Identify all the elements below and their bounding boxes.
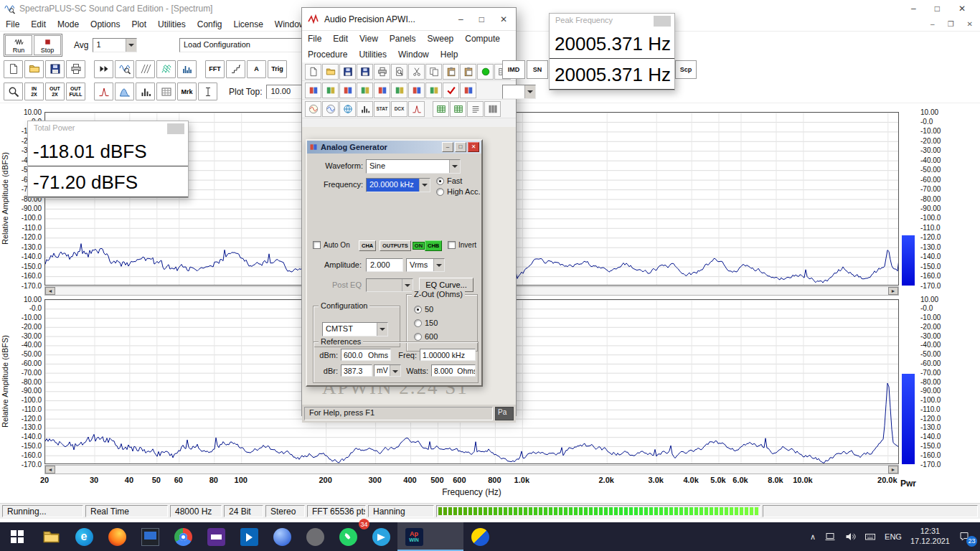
panel-minimize-icon[interactable]: –: [442, 142, 453, 152]
scroll-left-icon[interactable]: ◄: [45, 466, 55, 474]
taskbar-whatsapp[interactable]: 34: [331, 522, 364, 551]
dropdown-arrow-icon[interactable]: [126, 39, 136, 52]
ap-panel-3-button[interactable]: [339, 83, 356, 98]
checkbox-icon[interactable]: [313, 241, 321, 249]
taskbar-apwin-app[interactable]: ApWIN: [397, 522, 430, 551]
watts-field[interactable]: 8.000 Ohms: [431, 364, 476, 377]
tool-grid-options-button[interactable]: [156, 83, 176, 100]
ap-new-button[interactable]: [305, 64, 321, 80]
load-configuration-field[interactable]: Load Configuration: [179, 38, 320, 52]
taskbar-spectraplus-app[interactable]: [430, 522, 463, 551]
title-button[interactable]: [167, 123, 184, 134]
tool-fast-forward-button[interactable]: [94, 60, 113, 78]
ap-panel-5-button[interactable]: [374, 83, 390, 98]
stop-button[interactable]: Stop: [34, 35, 61, 55]
ap-print-button[interactable]: [374, 64, 390, 80]
keyboard-icon[interactable]: [864, 531, 876, 542]
tool-spectrogram-display-button[interactable]: [177, 60, 197, 78]
partial-combo[interactable]: [502, 85, 536, 99]
ap-menu-sweep[interactable]: Sweep: [422, 31, 460, 47]
dropdown-arrow-icon[interactable]: [377, 323, 387, 336]
ap-paste-button[interactable]: [443, 64, 459, 80]
tool-zoom-out-2x[interactable]: OUT2X: [45, 83, 65, 100]
tray-expand-icon[interactable]: ∧: [810, 532, 816, 542]
ap-digital-io-2-button[interactable]: [450, 101, 466, 117]
tool-weighting-button[interactable]: A: [247, 60, 266, 78]
outputs-on-button[interactable]: OUTPUTS ON: [380, 240, 425, 251]
ap-menu-compute[interactable]: Compute: [459, 31, 506, 47]
tool-cursor-tool-button[interactable]: [198, 83, 217, 100]
ap-panel-6-button[interactable]: [391, 83, 407, 98]
auto-on-checkbox[interactable]: Auto On: [313, 241, 350, 249]
ap-panel-9-button[interactable]: [460, 83, 476, 98]
taskbar-browser-app[interactable]: [265, 522, 298, 551]
ap-paste-special-button[interactable]: [460, 64, 476, 80]
tool-step-display-button[interactable]: [226, 60, 245, 78]
ap-menu-view[interactable]: View: [354, 31, 384, 47]
tool-fft-settings-button[interactable]: FFT: [205, 60, 225, 78]
tool-zoom-out-full[interactable]: OUTFULL: [66, 83, 85, 100]
start-button[interactable]: [0, 522, 34, 551]
dropdown-arrow-icon[interactable]: [524, 85, 535, 98]
mdi-restore-icon[interactable]: ❐: [948, 20, 954, 28]
fast-radio[interactable]: Fast: [436, 176, 462, 185]
minimize-icon[interactable]: –: [911, 4, 916, 14]
checkbox-icon[interactable]: [448, 241, 456, 249]
ap-digital-io-1-button[interactable]: [433, 101, 449, 117]
notification-center-button[interactable]: 23: [958, 530, 973, 544]
ap-menu-utilities[interactable]: Utilities: [353, 47, 392, 62]
scroll-right-icon[interactable]: ►: [888, 287, 898, 295]
z-out-radio-150[interactable]: 150: [414, 319, 438, 327]
tool-markers-button[interactable]: Mrk: [177, 83, 197, 100]
dbr-field[interactable]: 387.3: [341, 364, 372, 377]
dropdown-arrow-icon[interactable]: [390, 365, 400, 376]
high-acc-radio[interactable]: High Acc.: [436, 187, 480, 196]
close-icon[interactable]: ✕: [958, 4, 966, 14]
ap-menu-file[interactable]: File: [302, 31, 327, 47]
tool-zoom-button[interactable]: [4, 83, 23, 100]
tool-fill-display-button[interactable]: [115, 83, 134, 100]
ap-panel-2-button[interactable]: [322, 83, 339, 98]
ap-analog-generator-button[interactable]: [305, 101, 321, 117]
ap-barcode-panel-button[interactable]: [484, 101, 501, 117]
menu-options[interactable]: Options: [85, 17, 126, 32]
ap-print-preview-button[interactable]: [391, 64, 407, 80]
tool-zoom-waveform-button[interactable]: [115, 60, 134, 78]
radio-icon[interactable]: [414, 306, 422, 314]
taskbar-code-app[interactable]: [232, 522, 265, 551]
ap-open-button[interactable]: [322, 64, 339, 80]
menu-config[interactable]: Config: [192, 17, 228, 32]
menu-mode[interactable]: Mode: [52, 17, 85, 32]
plot-top-field[interactable]: 10.00: [266, 85, 303, 99]
ap-sweep-world-button[interactable]: [339, 101, 356, 117]
mdi-minimize-icon[interactable]: –: [930, 20, 935, 28]
float-button-sn[interactable]: SN: [527, 60, 548, 79]
ap-panel-4-button[interactable]: [357, 83, 373, 98]
tool-zoom-in-2x[interactable]: IN2X: [24, 83, 44, 100]
configuration-select[interactable]: CMTST: [322, 322, 388, 336]
waveform-select[interactable]: Sine: [366, 159, 461, 174]
menu-file[interactable]: File: [0, 17, 25, 32]
float-button-scp[interactable]: Scp: [675, 60, 697, 79]
invert-checkbox[interactable]: Invert: [448, 241, 476, 249]
dbm-field[interactable]: 600.0 Ohms: [341, 349, 391, 361]
ap-copy-button[interactable]: [425, 64, 442, 80]
taskbar-firefox[interactable]: [100, 522, 133, 551]
taskbar-telegram[interactable]: [364, 522, 397, 551]
tool-bar-display-button[interactable]: [136, 83, 155, 100]
panel-maximize-icon[interactable]: □: [455, 142, 466, 152]
ap-close-icon[interactable]: ✕: [500, 14, 507, 24]
menu-edit[interactable]: Edit: [25, 17, 52, 32]
ap-menu-help[interactable]: Help: [435, 47, 464, 62]
radio-icon[interactable]: [436, 188, 444, 196]
mdi-close-icon[interactable]: ✕: [967, 20, 973, 28]
amplitude-unit-select[interactable]: Vrms: [406, 258, 445, 272]
ap-verify-button[interactable]: [443, 83, 459, 98]
menu-license[interactable]: License: [227, 17, 268, 32]
avg-combo[interactable]: 1: [93, 38, 137, 52]
laptop-icon[interactable]: [824, 531, 836, 542]
run-button[interactable]: Run: [5, 35, 32, 55]
taskbar-system-app[interactable]: [133, 522, 166, 551]
taskbar-file-explorer[interactable]: [34, 522, 67, 551]
maximize-icon[interactable]: □: [935, 4, 940, 14]
